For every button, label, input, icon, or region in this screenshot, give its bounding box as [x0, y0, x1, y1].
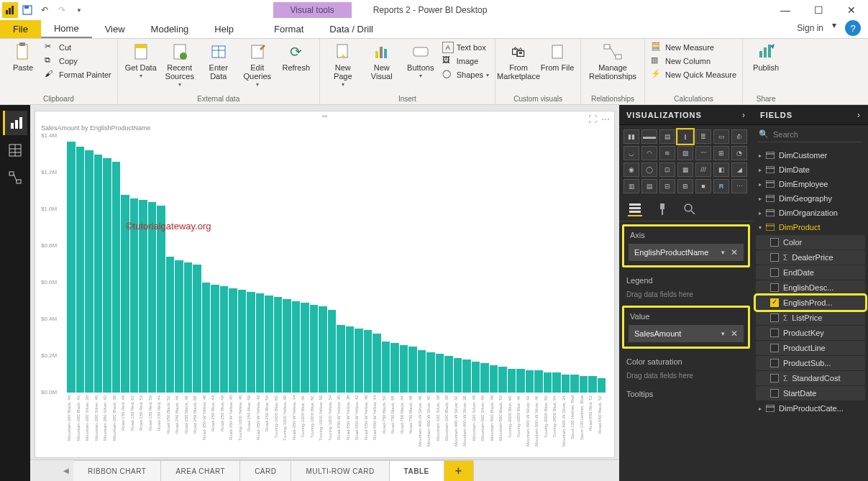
remove-icon[interactable]: ✕: [728, 247, 738, 257]
tab-modeling[interactable]: Modeling: [138, 20, 202, 38]
chart-bar[interactable]: [580, 376, 588, 393]
fields-table[interactable]: ▸DimOrganization: [753, 206, 868, 220]
chart-bar[interactable]: [570, 375, 579, 393]
model-view-button[interactable]: [3, 165, 27, 190]
viz-type-button[interactable]: ▮▮: [623, 129, 639, 144]
viz-type-button[interactable]: ▨: [677, 146, 693, 160]
chart-bar[interactable]: [211, 285, 219, 393]
image-button[interactable]: 🖼Image: [442, 55, 489, 67]
fields-column[interactable]: EnglishProd...: [756, 296, 865, 310]
get-data-button[interactable]: Get Data▾: [124, 42, 158, 80]
chart-bar[interactable]: [400, 345, 408, 393]
page-tab[interactable]: CARD: [240, 460, 291, 481]
chart-bar[interactable]: [364, 330, 373, 393]
chart-bar[interactable]: [418, 350, 426, 393]
refresh-button[interactable]: ⟳Refresh: [279, 42, 314, 72]
chart-bar[interactable]: [283, 299, 291, 393]
chart-bar[interactable]: [436, 354, 444, 393]
manage-relationships-button[interactable]: Manage Relationships: [587, 42, 639, 81]
viz-type-button[interactable]: ▤: [659, 129, 675, 144]
page-tab[interactable]: RIBBON CHART: [73, 460, 161, 481]
chart-bar[interactable]: [472, 362, 480, 393]
chart-bar[interactable]: [274, 297, 283, 393]
chart-bar[interactable]: [598, 378, 606, 393]
value-field-pill[interactable]: SalesAmount▾✕: [629, 325, 744, 342]
value-well[interactable]: Value SalesAmount▾✕: [622, 306, 750, 349]
viz-type-button[interactable]: ◢: [731, 162, 747, 177]
text-box-button[interactable]: AText box: [442, 42, 489, 53]
data-view-button[interactable]: [3, 138, 27, 162]
more-options-icon[interactable]: ⋯: [601, 114, 610, 124]
expand-icon[interactable]: ▸: [759, 152, 762, 159]
checkbox[interactable]: [770, 359, 779, 367]
chart-bar[interactable]: [301, 303, 309, 393]
chart-bar[interactable]: [534, 370, 543, 393]
format-painter-button[interactable]: 🖌Format Painter: [45, 69, 111, 81]
chart-bar[interactable]: [454, 358, 462, 393]
chart-bar[interactable]: [76, 147, 85, 393]
dropdown-icon[interactable]: ▾: [718, 330, 728, 337]
undo-icon[interactable]: ↶: [37, 2, 52, 18]
remove-icon[interactable]: ✕: [728, 329, 738, 339]
new-column-button[interactable]: ▥New Column: [651, 55, 736, 67]
fields-column[interactable]: ΣDealerPrice: [756, 250, 865, 265]
chart-bar[interactable]: [346, 326, 355, 393]
chart-bar[interactable]: [220, 286, 229, 393]
viz-type-button[interactable]: ≣: [695, 129, 711, 144]
paste-button[interactable]: Paste: [6, 42, 40, 72]
chart-bar[interactable]: [85, 150, 93, 393]
viz-type-button[interactable]: ▤: [641, 179, 657, 193]
checkbox[interactable]: [770, 329, 779, 337]
chart-bar[interactable]: [337, 325, 345, 393]
viz-type-button[interactable]: ⊡: [659, 162, 675, 177]
chart-bar[interactable]: [94, 155, 103, 393]
axis-well[interactable]: Axis EnglishProductName▾✕: [622, 224, 750, 267]
tab-data-drill[interactable]: Data / Drill: [316, 20, 386, 38]
viz-type-button[interactable]: ≋: [659, 146, 675, 160]
page-tab[interactable]: AREA CHART: [161, 460, 240, 481]
viz-type-button[interactable]: ◡: [623, 146, 639, 160]
fields-column[interactable]: EnglishDesc...: [756, 280, 865, 295]
report-canvas[interactable]: ═ ⛶ ⋯ SalesAmount by EnglishProductName …: [35, 111, 615, 458]
checkbox[interactable]: [770, 389, 779, 398]
checkbox[interactable]: [770, 374, 779, 382]
fields-column[interactable]: ProductSub...: [756, 356, 865, 370]
viz-type-button[interactable]: ◧: [713, 162, 729, 177]
expand-icon[interactable]: ▸: [759, 210, 762, 216]
fields-column[interactable]: ΣListPrice: [756, 311, 865, 325]
fields-table[interactable]: ▸DimEmployee: [753, 177, 868, 191]
fields-tab[interactable]: [628, 202, 642, 216]
chart-bar[interactable]: [148, 202, 157, 393]
chart-bar[interactable]: [552, 372, 561, 393]
chart-bar[interactable]: [480, 363, 489, 393]
chart-bar[interactable]: [166, 257, 175, 393]
edit-queries-button[interactable]: Edit Queries▾: [240, 42, 275, 88]
checkbox[interactable]: [770, 238, 779, 247]
report-view-button[interactable]: [3, 111, 27, 135]
checkbox[interactable]: [770, 298, 779, 307]
viz-type-button[interactable]: ◯: [641, 162, 657, 177]
shapes-button[interactable]: ◯Shapes▾: [442, 69, 489, 81]
chart-bar[interactable]: [265, 296, 273, 393]
checkbox[interactable]: [770, 268, 779, 277]
chart-bar[interactable]: [526, 370, 534, 393]
viz-type-button[interactable]: R: [713, 179, 729, 193]
checkbox[interactable]: [770, 253, 779, 262]
viz-type-button[interactable]: ■: [695, 179, 711, 193]
from-marketplace-button[interactable]: 🛍From Marketplace: [501, 42, 536, 81]
column-chart[interactable]: ©tutorialgateway.org $0.0M$0.2M$0.4M$0.6…: [40, 134, 607, 450]
help-icon[interactable]: ?: [845, 20, 861, 36]
chart-bar[interactable]: [508, 369, 516, 393]
fields-table[interactable]: ▸DimGeography: [753, 191, 868, 206]
chart-bar[interactable]: [390, 343, 399, 393]
expand-icon[interactable]: ▸: [759, 181, 762, 188]
chart-bar[interactable]: [175, 260, 183, 393]
new-visual-button[interactable]: New Visual: [365, 42, 399, 81]
chart-bar[interactable]: [121, 195, 129, 393]
chart-bar[interactable]: [193, 265, 201, 393]
expand-icon[interactable]: ▸: [759, 196, 762, 202]
color-saturation-well[interactable]: Drag data fields here: [619, 367, 753, 384]
viz-type-button[interactable]: ///: [695, 162, 711, 177]
checkbox[interactable]: [770, 283, 779, 292]
chart-bar[interactable]: [139, 200, 147, 393]
